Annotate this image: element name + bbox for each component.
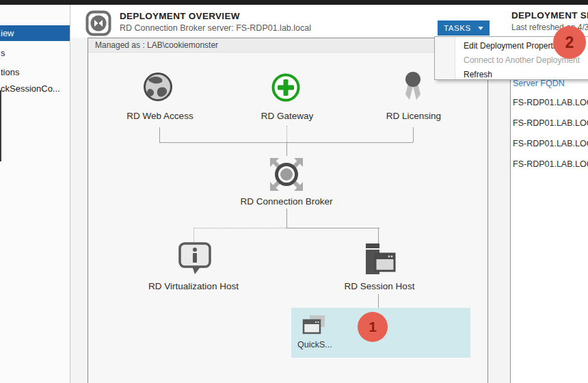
sidebar-item-overview[interactable]: iew xyxy=(0,25,70,41)
rd-licensing-label: RD Licensing xyxy=(358,111,469,121)
sidebar: iew s tions ckSessionCo... xyxy=(0,5,70,383)
rd-session-host-icon[interactable] xyxy=(360,242,397,280)
rds-deployment-icon xyxy=(85,10,111,36)
server-manager-rds-overview: iew s tions ckSessionCo... DEPLOYMENT OV… xyxy=(0,0,588,383)
managed-as-bar: Managed as : LAB\cookiemonster xyxy=(88,38,487,53)
window-top-strip xyxy=(0,0,588,5)
rd-web-access-label: RD Web Access xyxy=(105,111,215,121)
connector-from-broker xyxy=(286,209,287,228)
sidebar-separator xyxy=(70,5,70,383)
connector-session-horizontal xyxy=(286,228,379,228)
rd-gateway-add-icon[interactable] xyxy=(269,72,302,106)
menu-item-refresh[interactable]: Refresh xyxy=(464,68,492,81)
tasks-button-label: TASKS xyxy=(444,24,471,32)
column-header-server-fqdn[interactable]: Server FQDN xyxy=(513,79,565,88)
broker-server-subtitle: RD Connection Broker server: FS-RDP01.la… xyxy=(120,23,311,33)
server-row[interactable]: FS-RDP01.LAB.LOCAL xyxy=(513,159,588,169)
rd-licensing-icon[interactable] xyxy=(399,70,427,107)
quick-collection-icon[interactable] xyxy=(302,314,328,339)
menu-icon-gutter xyxy=(435,37,455,79)
rd-connection-broker-icon[interactable] xyxy=(267,155,306,196)
connector-webaccess xyxy=(159,127,160,142)
page-title: DEPLOYMENT OVERVIEW xyxy=(120,11,240,21)
annotation-badge-1: 1 xyxy=(358,312,388,342)
panel-divider xyxy=(510,38,511,383)
rd-virtualization-host-label: RD Virtualization Host xyxy=(132,281,255,291)
quick-collection-label: QuickS... xyxy=(297,340,332,349)
rd-gateway-label: RD Gateway xyxy=(232,111,343,121)
server-row[interactable]: FS-RDP01.LAB.LOCAL xyxy=(513,98,588,107)
connector-virt-dotted xyxy=(193,228,194,242)
rd-connection-broker-label: RD Connection Broker xyxy=(225,196,348,207)
deployment-servers-title: DEPLOYMENT SERVERS xyxy=(511,10,588,21)
connector-gateway-dotted xyxy=(286,126,287,142)
server-row[interactable]: FS-RDP01.LAB.LOCAL xyxy=(513,118,588,128)
sidebar-item-servers[interactable]: s xyxy=(0,47,70,60)
chevron-down-icon xyxy=(478,27,483,30)
connector-licensing xyxy=(413,127,414,142)
server-row[interactable]: FS-RDP01.LAB.LOCAL xyxy=(513,139,588,148)
sidebar-item-quicksessioncollection[interactable]: ckSessionCo... xyxy=(0,82,70,96)
connector-session-collection xyxy=(378,294,379,308)
left-edge-mark xyxy=(0,90,1,161)
connector-virt-horizontal-dotted xyxy=(193,228,286,228)
menu-item-edit-deployment-properties[interactable]: Edit Deployment Properties xyxy=(464,39,563,53)
rd-virtualization-host-icon[interactable] xyxy=(176,241,214,280)
tasks-button[interactable]: TASKS xyxy=(438,21,490,36)
deployment-servers-panel xyxy=(511,38,588,383)
connector-to-broker xyxy=(286,143,287,156)
annotation-badge-2: 2 xyxy=(553,26,586,59)
sidebar-item-collections[interactable]: tions xyxy=(0,66,70,79)
connector-session xyxy=(378,228,379,243)
rd-session-host-label: RD Session Host xyxy=(318,281,441,291)
rd-web-access-icon[interactable] xyxy=(142,71,174,105)
